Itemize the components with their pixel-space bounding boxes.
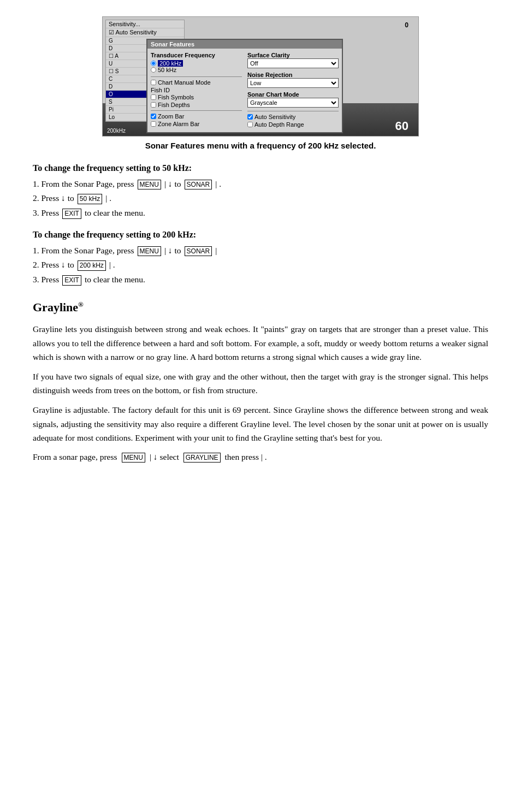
sonar-chart-label: Sonar Chart Mode bbox=[247, 91, 339, 98]
key-50khz: 50 kHz bbox=[78, 194, 102, 204]
heading-200khz: To change the frequency setting to 200 k… bbox=[33, 228, 488, 242]
surface-clarity-label: Surface Clarity bbox=[247, 52, 339, 58]
bottom-line-end: then press | . bbox=[225, 451, 267, 464]
screenshot-caption: Sonar Features menu with a frequency of … bbox=[145, 141, 376, 150]
step-200-1-arrow: | ↓ to bbox=[164, 244, 181, 258]
key-menu-gray: MENU bbox=[122, 453, 145, 463]
key-menu-200-1: MENU bbox=[138, 246, 161, 257]
key-sonar-200: SONAR bbox=[185, 246, 212, 257]
zone-alarm-checkbox[interactable] bbox=[151, 121, 156, 127]
grayline-para-3: Grayline is adjustable. The factory defa… bbox=[33, 403, 488, 445]
sensitivity-value: 0 bbox=[405, 21, 408, 29]
step-50-3-end: to clear the menu. bbox=[85, 206, 145, 220]
auto-sensitivity-checkbox[interactable] bbox=[247, 114, 253, 120]
fish-symbols-label: Fish Symbols bbox=[158, 94, 194, 100]
freq-200-label: 200 kHz bbox=[158, 60, 183, 67]
freq-50-option: 50 kHz bbox=[151, 67, 242, 73]
fish-symbols-checkbox[interactable] bbox=[151, 94, 156, 100]
key-menu-50-1: MENU bbox=[138, 180, 161, 190]
zoom-bar-label: Zoom Bar bbox=[158, 113, 184, 120]
doc-section: To change the frequency setting to 50 kH… bbox=[33, 161, 488, 464]
auto-sensitivity-row: Auto Sensitivity bbox=[247, 114, 339, 120]
step-200-1: 1. From the Sonar Page, press MENU | ↓ t… bbox=[33, 244, 488, 258]
noise-rejection-select[interactable]: Low bbox=[247, 78, 339, 88]
menu-auto-sensitivity: Auto Sensitivity bbox=[106, 28, 184, 37]
step-200-2-text: 2. Press ↓ to bbox=[33, 258, 74, 272]
step-200-1-text: 1. From the Sonar Page, press bbox=[33, 244, 134, 258]
key-exit-200: EXIT bbox=[62, 275, 81, 286]
step-50-1-text: 1. From the Sonar Page, press bbox=[33, 177, 134, 191]
freq-50-radio[interactable] bbox=[151, 67, 156, 73]
step-50-1: 1. From the Sonar Page, press MENU | ↓ t… bbox=[33, 177, 488, 191]
sonar-features-popup: Sonar Features Transducer Frequency 200 … bbox=[146, 39, 343, 133]
fish-depths-row: Fish Depths bbox=[151, 102, 242, 108]
grayline-bottom-line: From a sonar page, press MENU | ↓ select… bbox=[33, 451, 488, 464]
step-50-3: 3. Press EXIT to clear the menu. bbox=[33, 206, 488, 220]
freq-200-option: 200 kHz bbox=[151, 60, 242, 67]
step-200-2: 2. Press ↓ to 200 kHz | . bbox=[33, 258, 488, 272]
step-200-3-text: 3. Press bbox=[33, 273, 59, 287]
grayline-para-2: If you have two signals of equal size, o… bbox=[33, 370, 488, 398]
grayline-heading: Grayline® bbox=[33, 298, 488, 317]
heading-50khz: To change the frequency setting to 50 kH… bbox=[33, 161, 488, 175]
chart-manual-row: Chart Manual Mode bbox=[151, 79, 242, 86]
auto-sensitivity-label: Auto Sensitivity bbox=[254, 114, 295, 120]
screenshot-container: 200kHz 60 Sensitivity... Auto Sensitivit… bbox=[33, 16, 488, 150]
depth-display: 60 bbox=[395, 119, 408, 133]
zoom-bar-row: Zoom Bar bbox=[151, 113, 242, 120]
step-200-3: 3. Press EXIT to clear the menu. bbox=[33, 273, 488, 287]
freq-50-label: 50 kHz bbox=[158, 67, 176, 73]
freq-200-radio[interactable] bbox=[151, 61, 156, 66]
sf-left-col: Transducer Frequency 200 kHz 50 kHz bbox=[151, 52, 242, 129]
step-50-2: 2. Press ↓ to 50 kHz | . bbox=[33, 192, 488, 205]
chart-manual-checkbox[interactable] bbox=[151, 80, 156, 85]
grayline-para-1: Grayline lets you distinguish between st… bbox=[33, 322, 488, 364]
sf-title: Sonar Features bbox=[147, 40, 342, 49]
sonar-screenshot: 200kHz 60 Sensitivity... Auto Sensitivit… bbox=[102, 16, 419, 137]
bottom-line-start: From a sonar page, press bbox=[33, 451, 117, 464]
noise-rejection-group: Noise Rejection Low bbox=[247, 72, 339, 88]
fish-depths-checkbox[interactable] bbox=[151, 102, 156, 108]
freq-label: 200kHz bbox=[107, 128, 126, 134]
step-200-1-end: | bbox=[215, 244, 217, 258]
surface-clarity-select[interactable]: Off bbox=[247, 58, 339, 68]
fish-id-label: Fish ID bbox=[151, 87, 242, 93]
step-200-2-end: | . bbox=[109, 258, 115, 272]
step-50-3-text: 3. Press bbox=[33, 206, 59, 220]
zoom-bar-checkbox[interactable] bbox=[151, 114, 156, 119]
grayline-registered: ® bbox=[78, 300, 84, 309]
step-50-1-end: | . bbox=[215, 177, 221, 191]
sonar-chart-group: Sonar Chart Mode Grayscale bbox=[247, 91, 339, 108]
sonar-chart-select[interactable]: Grayscale bbox=[247, 98, 339, 108]
step-50-2-text: 2. Press ↓ to bbox=[33, 192, 74, 205]
fish-depths-label: Fish Depths bbox=[158, 102, 190, 108]
key-exit-50: EXIT bbox=[62, 209, 81, 219]
auto-depth-row: Auto Depth Range bbox=[247, 121, 339, 128]
surface-clarity-group: Surface Clarity Off bbox=[247, 52, 339, 68]
step-200-3-end: to clear the menu. bbox=[85, 273, 145, 287]
bottom-line-mid: | ↓ select bbox=[150, 451, 179, 464]
key-200khz: 200 kHz bbox=[78, 260, 106, 271]
menu-sensitivity: Sensitivity... bbox=[106, 20, 184, 28]
step-50-1-arrow: | ↓ to bbox=[164, 177, 181, 191]
fish-symbols-row: Fish Symbols bbox=[151, 94, 242, 100]
freq-radio-group: 200 kHz 50 kHz bbox=[151, 60, 242, 73]
chart-manual-label: Chart Manual Mode bbox=[158, 79, 211, 86]
auto-depth-label: Auto Depth Range bbox=[254, 121, 304, 128]
transducer-label: Transducer Frequency bbox=[151, 52, 242, 58]
zone-alarm-label: Zone Alarm Bar bbox=[158, 121, 199, 127]
noise-rejection-label: Noise Rejection bbox=[247, 72, 339, 78]
sf-right-col: Surface Clarity Off Noise Rejection Low … bbox=[247, 52, 339, 129]
key-grayline: GRAYLINE bbox=[183, 453, 221, 463]
zone-alarm-row: Zone Alarm Bar bbox=[151, 121, 242, 127]
step-50-2-end: | . bbox=[105, 192, 111, 205]
key-sonar-50: SONAR bbox=[185, 180, 212, 190]
auto-depth-checkbox[interactable] bbox=[247, 122, 253, 127]
